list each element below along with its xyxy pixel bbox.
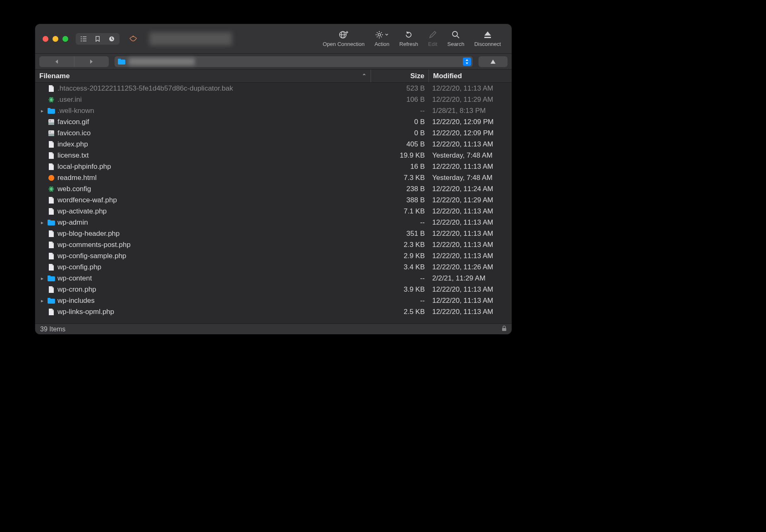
table-row[interactable]: readme.html7.3 KBYesterday, 7:48 AM xyxy=(35,172,512,183)
folder-icon xyxy=(48,275,55,282)
cell-modified: 12/22/20, 12:09 PM xyxy=(429,118,512,126)
cell-size: 238 B xyxy=(371,185,429,193)
view-mode-segment xyxy=(76,33,120,45)
filename-label: wp-blog-header.php xyxy=(57,230,120,238)
open-connection-button[interactable]: Open Connection xyxy=(318,26,369,52)
cell-filename: ▸wp-content xyxy=(39,274,371,283)
refresh-button[interactable]: Refresh xyxy=(395,26,424,52)
table-row[interactable]: wp-links-opml.php2.5 KB12/22/20, 11:13 A… xyxy=(35,306,512,317)
cell-size: 523 B xyxy=(371,84,429,93)
cell-filename: local-phpinfo.php xyxy=(39,163,371,171)
ftp-browser-window: Open Connection Action Refresh xyxy=(35,24,512,334)
table-row[interactable]: ▸wp-includes--12/22/20, 11:13 AM xyxy=(35,295,512,306)
cell-filename: wp-blog-header.php xyxy=(39,230,371,238)
edit-label: Edit xyxy=(428,41,437,47)
table-row[interactable]: index.php405 B12/22/20, 11:13 AM xyxy=(35,139,512,150)
disclosure-triangle[interactable]: ▸ xyxy=(39,220,45,225)
cell-filename: ▸wp-admin xyxy=(39,218,371,227)
table-row[interactable]: wp-config.php3.4 KB12/22/20, 11:26 AM xyxy=(35,261,512,273)
disclosure-triangle[interactable]: ▸ xyxy=(39,276,45,281)
table-row[interactable]: ▸wp-content--2/2/21, 11:29 AM xyxy=(35,273,512,284)
cell-size: 405 B xyxy=(371,140,429,149)
column-header-size[interactable]: Size xyxy=(371,69,429,82)
table-row[interactable]: .htaccess-201222111253-5fe1d4b57d86c-dup… xyxy=(35,83,512,94)
minimize-window-button[interactable] xyxy=(53,36,58,42)
bonjour-icon xyxy=(125,33,141,45)
folder-icon xyxy=(48,107,55,115)
cell-filename: wp-comments-post.php xyxy=(39,241,371,249)
disclosure-triangle[interactable]: ▸ xyxy=(39,298,45,304)
column-header-filename[interactable]: Filename ⌃ xyxy=(35,69,371,82)
table-row[interactable]: wp-blog-header.php351 B12/22/20, 11:13 A… xyxy=(35,228,512,239)
cell-filename: index.php xyxy=(39,140,371,149)
table-row[interactable]: local-phpinfo.php16 B12/22/20, 11:13 AM xyxy=(35,161,512,172)
edit-button[interactable]: Edit xyxy=(423,26,442,52)
file-list[interactable]: .htaccess-201222111253-5fe1d4b57d86c-dup… xyxy=(35,83,512,324)
column-header-modified-label: Modified xyxy=(433,72,462,80)
globe-plus-icon xyxy=(339,30,349,39)
column-header-size-label: Size xyxy=(410,72,424,80)
file-icon xyxy=(48,197,55,204)
cell-filename: license.txt xyxy=(39,151,371,160)
table-row[interactable]: wordfence-waf.php388 B12/22/20, 11:29 AM xyxy=(35,194,512,206)
nav-back-button[interactable] xyxy=(39,56,74,67)
filename-label: .htaccess-201222111253-5fe1d4b57d86c-dup… xyxy=(57,84,233,93)
table-row[interactable]: wp-comments-post.php2.3 KB12/22/20, 11:1… xyxy=(35,239,512,250)
cell-modified: 12/22/20, 11:13 AM xyxy=(429,230,512,238)
folder-icon xyxy=(48,219,55,226)
cell-modified: 12/22/20, 11:26 AM xyxy=(429,263,512,271)
outline-view-button[interactable] xyxy=(77,34,91,44)
cell-modified: 12/22/20, 11:13 AM xyxy=(429,241,512,249)
filename-label: wp-activate.php xyxy=(57,207,107,216)
cell-size: 16 B xyxy=(371,163,429,171)
html-icon xyxy=(48,174,55,182)
bookmarks-view-button[interactable] xyxy=(91,34,105,44)
refresh-label: Refresh xyxy=(400,41,419,47)
disconnect-button[interactable]: Disconnect xyxy=(469,26,506,52)
table-row[interactable]: ▸wp-admin--12/22/20, 11:13 AM xyxy=(35,217,512,228)
table-row[interactable]: wp-config-sample.php2.9 KB12/22/20, 11:1… xyxy=(35,250,512,261)
search-label: Search xyxy=(447,41,464,47)
go-up-button[interactable] xyxy=(479,56,507,67)
cell-filename: web.config xyxy=(39,185,371,193)
cell-modified: 1/28/21, 8:13 PM xyxy=(429,107,512,115)
cell-modified: 12/22/20, 11:13 AM xyxy=(429,252,512,260)
close-window-button[interactable] xyxy=(43,36,48,42)
file-icon xyxy=(48,141,55,148)
path-popup[interactable] xyxy=(115,56,473,67)
table-row[interactable]: wp-cron.php3.9 KB12/22/20, 11:13 AM xyxy=(35,284,512,295)
filename-label: wp-links-opml.php xyxy=(57,308,114,316)
filename-label: .user.ini xyxy=(57,96,82,104)
search-button[interactable]: Search xyxy=(442,26,469,52)
file-icon xyxy=(48,85,55,92)
search-icon xyxy=(452,30,460,39)
table-row[interactable]: web.config238 B12/22/20, 11:24 AM xyxy=(35,183,512,194)
column-header-modified[interactable]: Modified xyxy=(429,69,512,82)
cell-modified: 12/22/20, 11:13 AM xyxy=(429,285,512,294)
table-row[interactable]: ▸.well-known--1/28/21, 8:13 PM xyxy=(35,105,512,116)
table-row[interactable]: wp-activate.php7.1 KB12/22/20, 11:13 AM xyxy=(35,206,512,217)
filename-label: wp-config-sample.php xyxy=(57,252,126,260)
action-menu-button[interactable]: Action xyxy=(369,26,394,52)
cell-size: -- xyxy=(371,107,429,115)
table-row[interactable]: .user.ini106 B12/22/20, 11:29 AM xyxy=(35,94,512,105)
chevron-down-icon xyxy=(385,34,388,36)
cell-size: 7.3 KB xyxy=(371,174,429,182)
table-row[interactable]: license.txt19.9 KBYesterday, 7:48 AM xyxy=(35,150,512,161)
filename-label: wp-cron.php xyxy=(57,285,96,294)
disclosure-triangle[interactable]: ▸ xyxy=(39,108,45,114)
table-row[interactable]: favicon.gif0 B12/22/20, 12:09 PM xyxy=(35,116,512,127)
cell-size: 351 B xyxy=(371,230,429,238)
pencil-icon xyxy=(428,30,437,39)
svg-point-3 xyxy=(378,34,381,36)
nav-forward-button[interactable] xyxy=(74,56,109,67)
cell-modified: 12/22/20, 12:09 PM xyxy=(429,129,512,137)
table-row[interactable]: favicon.ico0 B12/22/20, 12:09 PM xyxy=(35,127,512,139)
cell-size: 0 B xyxy=(371,118,429,126)
file-icon xyxy=(48,163,55,170)
file-icon xyxy=(48,152,55,159)
zoom-window-button[interactable] xyxy=(62,36,68,42)
history-view-button[interactable] xyxy=(105,34,119,44)
image-icon xyxy=(48,118,55,126)
cell-modified: 2/2/21, 11:29 AM xyxy=(429,274,512,283)
